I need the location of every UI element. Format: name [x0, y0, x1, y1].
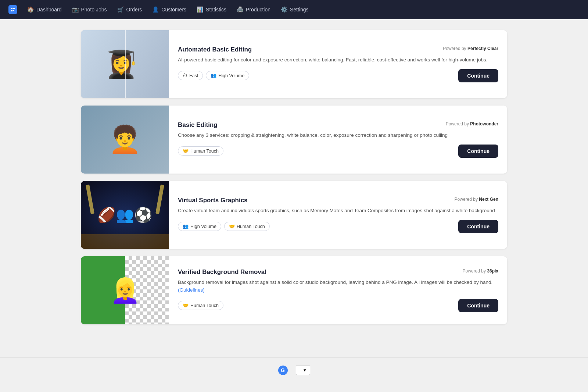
nav-icon-orders: 🛒 [117, 6, 124, 13]
tag-icon-high-volume: 👥 [183, 224, 189, 229]
card-footer-verified-background-removal: 🤝 Human Touch Continue [178, 299, 498, 312]
card-image-verified-background-removal: 👱‍♀️ [81, 256, 169, 324]
card-header-automated-basic-editing: Automated Basic Editing Powered by Perfe… [178, 46, 498, 53]
nav-label-statistics: Statistics [206, 7, 226, 13]
card-body-virtual-sports-graphics: Virtual Sports Graphics Powered by Next … [169, 181, 507, 249]
tag-icon-human-touch: 🤝 [229, 224, 235, 229]
card-body-verified-background-removal: Verified Background Removal Powered by 3… [169, 256, 507, 324]
footer-logo: G [278, 366, 290, 375]
card-body-basic-editing: Basic Editing Powered by Photowonder Cho… [169, 106, 507, 174]
nav-item-settings[interactable]: ⚙️ Settings [276, 4, 313, 15]
card-title-verified-background-removal: Verified Background Removal [178, 268, 266, 276]
nav-item-customers[interactable]: 👤 Customers [148, 4, 191, 15]
tag-icon-fast: ⏱ [183, 73, 187, 78]
continue-button-automated-basic-editing[interactable]: Continue [458, 69, 498, 82]
svg-rect-0 [8, 5, 17, 14]
tags-basic-editing: 🤝 Human Touch [178, 146, 223, 156]
tag-icon-human-touch: 🤝 [183, 303, 189, 308]
tag-label-human-touch: Human Touch [190, 149, 219, 154]
nav-icon-dashboard: 🏠 [27, 6, 34, 13]
card-title-virtual-sports-graphics: Virtual Sports Graphics [178, 197, 248, 204]
tag-icon-high-volume: 👥 [211, 73, 216, 78]
tag-human-touch: 🤝 Human Touch [178, 301, 223, 310]
card-header-basic-editing: Basic Editing Powered by Photowonder [178, 121, 498, 129]
card-image-basic-editing: 🧑‍🦱 [81, 106, 169, 174]
continue-button-verified-background-removal[interactable]: Continue [458, 299, 498, 312]
tag-label-human-touch: Human Touch [190, 303, 219, 308]
card-description-verified-background-removal: Background removal for images shot again… [178, 279, 498, 294]
navbar: 🏠 Dashboard 📷 Photo Jobs 🛒 Orders 👤 Cust… [0, 0, 588, 19]
card-footer-basic-editing: 🤝 Human Touch Continue [178, 145, 498, 158]
nav-item-orders[interactable]: 🛒 Orders [113, 4, 147, 15]
nav-item-statistics[interactable]: 📊 Statistics [192, 4, 231, 15]
language-selector[interactable]: ▾ [296, 365, 310, 375]
card-description-basic-editing: Choose any 3 services: cropping & straig… [178, 132, 498, 139]
logo-icon: G [278, 366, 288, 375]
card-title-automated-basic-editing: Automated Basic Editing [178, 46, 252, 53]
service-card-automated-basic-editing: 👩‍🎓 Automated Basic Editing Powered by P… [81, 30, 507, 98]
powered-by-verified-background-removal: Powered by 36pix [463, 268, 498, 274]
tag-fast: ⏱ Fast [178, 71, 203, 80]
service-card-basic-editing: 🧑‍🦱 Basic Editing Powered by Photowonder… [81, 106, 507, 174]
main-content: 👩‍🎓 Automated Basic Editing Powered by P… [74, 19, 514, 354]
tag-human-touch: 🤝 Human Touch [178, 146, 223, 156]
card-header-verified-background-removal: Verified Background Removal Powered by 3… [178, 268, 498, 276]
continue-button-virtual-sports-graphics[interactable]: Continue [458, 220, 498, 233]
guidelines-link[interactable]: (Guidelines) [178, 287, 205, 293]
nav-label-production: Production [246, 7, 270, 13]
powered-by-virtual-sports-graphics: Powered by Next Gen [455, 197, 498, 202]
card-footer-automated-basic-editing: ⏱ Fast 👥 High Volume Continue [178, 69, 498, 82]
page-footer: G ▾ [0, 357, 588, 382]
nav-icon-statistics: 📊 [197, 6, 204, 13]
service-card-virtual-sports-graphics: 🏈👥⚽ Virtual Sports Graphics Powered by N… [81, 181, 507, 249]
nav-icon-customers: 👤 [152, 6, 159, 13]
tags-virtual-sports-graphics: 👥 High Volume 🤝 Human Touch [178, 222, 270, 231]
nav-item-dashboard[interactable]: 🏠 Dashboard [23, 4, 66, 15]
powered-by-basic-editing: Powered by Photowonder [446, 121, 498, 126]
card-image-automated-basic-editing: 👩‍🎓 [81, 30, 169, 98]
nav-item-production[interactable]: 🖨️ Production [232, 4, 275, 15]
nav-label-settings: Settings [290, 7, 309, 13]
tag-label-fast: Fast [189, 73, 198, 78]
card-description-virtual-sports-graphics: Create virtual team and individuals spor… [178, 207, 498, 214]
continue-button-basic-editing[interactable]: Continue [458, 145, 498, 158]
card-description-automated-basic-editing: AI-powered basic editing for color and e… [178, 56, 498, 64]
card-footer-virtual-sports-graphics: 👥 High Volume 🤝 Human Touch Continue [178, 220, 498, 233]
nav-icon-photo-jobs: 📷 [72, 6, 79, 13]
tag-high-volume: 👥 High Volume [206, 71, 249, 80]
tag-label-human-touch: Human Touch [237, 224, 265, 229]
tag-human-touch: 🤝 Human Touch [224, 222, 270, 231]
tag-high-volume: 👥 High Volume [178, 222, 221, 231]
nav-label-customers: Customers [161, 7, 186, 13]
nav-label-dashboard: Dashboard [36, 7, 62, 13]
chevron-down-icon: ▾ [304, 367, 306, 373]
powered-by-automated-basic-editing: Powered by Perfectly Clear [443, 46, 498, 51]
nav-icon-settings: ⚙️ [281, 6, 288, 13]
card-title-basic-editing: Basic Editing [178, 121, 218, 129]
card-header-virtual-sports-graphics: Virtual Sports Graphics Powered by Next … [178, 197, 498, 204]
nav-label-photo-jobs: Photo Jobs [81, 7, 107, 13]
nav-icon-production: 🖨️ [237, 6, 244, 13]
card-body-automated-basic-editing: Automated Basic Editing Powered by Perfe… [169, 30, 507, 98]
card-image-virtual-sports-graphics: 🏈👥⚽ [81, 181, 169, 249]
nav-label-orders: Orders [126, 7, 142, 13]
service-card-verified-background-removal: 👱‍♀️ Verified Background Removal Powered… [81, 256, 507, 324]
tag-icon-human-touch: 🤝 [183, 148, 189, 154]
nav-item-photo-jobs[interactable]: 📷 Photo Jobs [68, 4, 111, 15]
tags-verified-background-removal: 🤝 Human Touch [178, 301, 223, 310]
tag-label-high-volume: High Volume [218, 73, 244, 78]
tags-automated-basic-editing: ⏱ Fast 👥 High Volume [178, 71, 249, 80]
tag-label-high-volume: High Volume [190, 224, 216, 229]
nav-logo [7, 4, 18, 15]
